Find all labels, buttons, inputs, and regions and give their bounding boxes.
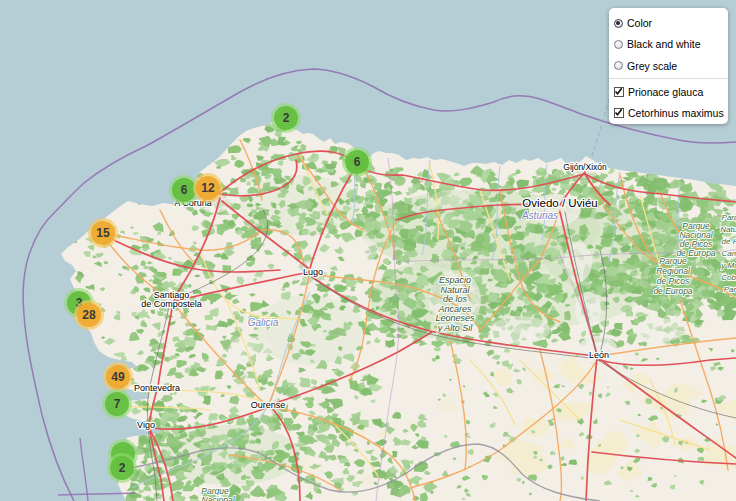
svg-text:2: 2 bbox=[283, 111, 290, 125]
svg-text:Ancares: Ancares bbox=[437, 304, 472, 314]
svg-text:Oviedo / Uviéu: Oviedo / Uviéu bbox=[522, 197, 597, 209]
svg-text:Nacional: Nacional bbox=[201, 495, 235, 501]
svg-text:Natural: Natural bbox=[440, 285, 470, 295]
svg-text:6: 6 bbox=[181, 183, 188, 197]
svg-text:Cobr: Cobr bbox=[721, 273, 736, 282]
svg-text:2: 2 bbox=[119, 461, 126, 475]
svg-text:Regional: Regional bbox=[656, 266, 691, 276]
svg-text:y Alto Sil: y Alto Sil bbox=[437, 323, 474, 333]
svg-text:Par: Par bbox=[724, 285, 736, 294]
svg-text:Espacio: Espacio bbox=[439, 275, 471, 285]
svg-text:Parq: Parq bbox=[722, 213, 736, 222]
svg-text:de los: de los bbox=[443, 294, 468, 304]
svg-text:12: 12 bbox=[201, 181, 215, 195]
svg-text:de Europa: de Europa bbox=[653, 286, 692, 296]
svg-text:15: 15 bbox=[96, 226, 110, 240]
svg-text:Galicia: Galicia bbox=[248, 317, 279, 328]
svg-text:28: 28 bbox=[82, 308, 96, 322]
svg-text:49: 49 bbox=[111, 370, 125, 384]
svg-text:Lugo: Lugo bbox=[303, 267, 323, 277]
svg-text:Leoneses: Leoneses bbox=[435, 313, 475, 323]
svg-text:León: León bbox=[589, 350, 609, 360]
svg-text:Asturias: Asturias bbox=[521, 210, 558, 221]
svg-text:y Mo: y Mo bbox=[720, 261, 736, 270]
svg-text:Cam: Cam bbox=[722, 249, 736, 258]
svg-text:de Picos: de Picos bbox=[657, 276, 690, 286]
svg-text:Pontevedra: Pontevedra bbox=[134, 383, 180, 393]
svg-text:Vigo: Vigo bbox=[137, 420, 155, 430]
svg-text:Parque: Parque bbox=[659, 256, 687, 266]
svg-text:7: 7 bbox=[114, 397, 121, 411]
svg-text:de Compostela: de Compostela bbox=[141, 299, 202, 309]
svg-text:Gijón/Xixón: Gijón/Xixón bbox=[563, 162, 607, 172]
svg-text:Ourense: Ourense bbox=[251, 400, 286, 410]
svg-text:de H: de H bbox=[722, 237, 736, 246]
svg-text:6: 6 bbox=[354, 155, 361, 169]
svg-text:Natur: Natur bbox=[720, 225, 736, 234]
